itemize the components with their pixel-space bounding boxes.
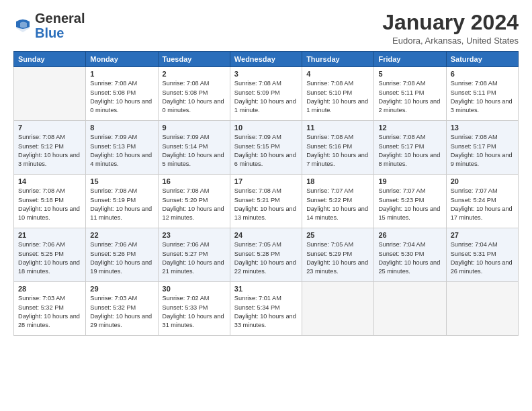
day-number: 28 [18, 285, 81, 293]
logo-text: General Blue [35, 11, 85, 40]
day-cell: 17Sunrise: 7:08 AM Sunset: 5:21 PM Dayli… [230, 175, 302, 228]
day-info: Sunrise: 7:08 AM Sunset: 5:17 PM Dayligh… [451, 133, 514, 169]
day-info: Sunrise: 7:06 AM Sunset: 5:25 PM Dayligh… [18, 240, 81, 276]
day-info: Sunrise: 7:03 AM Sunset: 5:32 PM Dayligh… [90, 294, 153, 330]
week-row-4: 21Sunrise: 7:06 AM Sunset: 5:25 PM Dayli… [14, 228, 519, 282]
day-number: 26 [378, 231, 441, 239]
day-cell: 15Sunrise: 7:08 AM Sunset: 5:19 PM Dayli… [86, 175, 158, 228]
day-cell: 31Sunrise: 7:01 AM Sunset: 5:34 PM Dayli… [230, 282, 302, 336]
logo-icon [13, 16, 32, 35]
day-number: 29 [90, 285, 153, 293]
col-header-thursday: Thursday [302, 52, 374, 67]
day-info: Sunrise: 7:09 AM Sunset: 5:13 PM Dayligh… [90, 133, 153, 169]
logo: General Blue [13, 11, 85, 40]
day-cell: 29Sunrise: 7:03 AM Sunset: 5:32 PM Dayli… [86, 282, 158, 336]
day-info: Sunrise: 7:03 AM Sunset: 5:32 PM Dayligh… [18, 294, 81, 330]
day-cell: 7Sunrise: 7:08 AM Sunset: 5:12 PM Daylig… [14, 121, 86, 175]
day-info: Sunrise: 7:04 AM Sunset: 5:31 PM Dayligh… [451, 240, 514, 276]
day-number: 21 [18, 231, 81, 239]
day-number: 16 [163, 177, 226, 185]
day-info: Sunrise: 7:07 AM Sunset: 5:23 PM Dayligh… [378, 187, 441, 222]
col-header-saturday: Saturday [446, 52, 518, 67]
day-info: Sunrise: 7:07 AM Sunset: 5:24 PM Dayligh… [451, 187, 514, 222]
day-cell: 20Sunrise: 7:07 AM Sunset: 5:24 PM Dayli… [446, 175, 518, 228]
day-info: Sunrise: 7:06 AM Sunset: 5:26 PM Dayligh… [90, 240, 153, 276]
day-number: 22 [90, 231, 153, 239]
day-number: 5 [378, 70, 441, 78]
day-info: Sunrise: 7:06 AM Sunset: 5:27 PM Dayligh… [163, 240, 226, 276]
day-cell [374, 282, 446, 336]
day-number: 30 [163, 285, 226, 293]
day-number: 14 [18, 177, 81, 185]
day-cell: 2Sunrise: 7:08 AM Sunset: 5:08 PM Daylig… [158, 67, 230, 121]
day-info: Sunrise: 7:08 AM Sunset: 5:11 PM Dayligh… [378, 79, 441, 115]
day-info: Sunrise: 7:09 AM Sunset: 5:14 PM Dayligh… [163, 133, 226, 169]
day-info: Sunrise: 7:08 AM Sunset: 5:10 PM Dayligh… [306, 79, 369, 115]
day-cell: 23Sunrise: 7:06 AM Sunset: 5:27 PM Dayli… [158, 228, 230, 282]
day-cell: 18Sunrise: 7:07 AM Sunset: 5:22 PM Dayli… [302, 175, 374, 228]
day-info: Sunrise: 7:08 AM Sunset: 5:21 PM Dayligh… [234, 187, 298, 222]
day-number: 19 [378, 177, 441, 185]
day-cell: 22Sunrise: 7:06 AM Sunset: 5:26 PM Dayli… [86, 228, 158, 282]
day-cell: 3Sunrise: 7:08 AM Sunset: 5:09 PM Daylig… [230, 67, 302, 121]
day-number: 20 [451, 177, 514, 185]
day-info: Sunrise: 7:08 AM Sunset: 5:12 PM Dayligh… [18, 133, 81, 169]
day-info: Sunrise: 7:08 AM Sunset: 5:08 PM Dayligh… [163, 79, 226, 115]
day-cell: 12Sunrise: 7:08 AM Sunset: 5:17 PM Dayli… [374, 121, 446, 175]
day-number: 4 [306, 70, 369, 78]
day-cell [302, 282, 374, 336]
calendar-table: SundayMondayTuesdayWednesdayThursdayFrid… [13, 51, 519, 336]
day-info: Sunrise: 7:07 AM Sunset: 5:22 PM Dayligh… [306, 187, 369, 222]
day-number: 12 [378, 124, 441, 132]
logo-general: General [35, 11, 85, 26]
day-number: 2 [163, 70, 226, 78]
day-number: 27 [451, 231, 514, 239]
col-header-monday: Monday [86, 52, 158, 67]
day-number: 25 [306, 231, 369, 239]
day-info: Sunrise: 7:08 AM Sunset: 5:20 PM Dayligh… [163, 187, 226, 222]
day-cell: 1Sunrise: 7:08 AM Sunset: 5:08 PM Daylig… [86, 67, 158, 121]
day-info: Sunrise: 7:08 AM Sunset: 5:16 PM Dayligh… [306, 133, 369, 169]
day-number: 24 [234, 231, 298, 239]
day-number: 18 [306, 177, 369, 185]
day-number: 11 [306, 124, 369, 132]
day-cell: 9Sunrise: 7:09 AM Sunset: 5:14 PM Daylig… [158, 121, 230, 175]
day-info: Sunrise: 7:08 AM Sunset: 5:17 PM Dayligh… [378, 133, 441, 169]
day-number: 9 [163, 124, 226, 132]
day-number: 23 [163, 231, 226, 239]
day-number: 15 [90, 177, 153, 185]
day-number: 6 [451, 70, 514, 78]
col-header-wednesday: Wednesday [230, 52, 302, 67]
day-number: 1 [90, 70, 153, 78]
day-info: Sunrise: 7:01 AM Sunset: 5:34 PM Dayligh… [234, 294, 298, 330]
day-info: Sunrise: 7:08 AM Sunset: 5:11 PM Dayligh… [451, 79, 514, 115]
day-cell: 4Sunrise: 7:08 AM Sunset: 5:10 PM Daylig… [302, 67, 374, 121]
logo-blue: Blue [35, 26, 85, 40]
header: General Blue January 2024 Eudora, Arkans… [13, 11, 519, 46]
day-info: Sunrise: 7:09 AM Sunset: 5:15 PM Dayligh… [234, 133, 298, 169]
week-row-1: 1Sunrise: 7:08 AM Sunset: 5:08 PM Daylig… [14, 67, 519, 121]
day-number: 13 [451, 124, 514, 132]
day-number: 31 [234, 285, 298, 293]
day-number: 3 [234, 70, 298, 78]
day-number: 7 [18, 124, 81, 132]
day-cell: 19Sunrise: 7:07 AM Sunset: 5:23 PM Dayli… [374, 175, 446, 228]
day-info: Sunrise: 7:08 AM Sunset: 5:09 PM Dayligh… [234, 79, 298, 115]
day-cell: 16Sunrise: 7:08 AM Sunset: 5:20 PM Dayli… [158, 175, 230, 228]
day-cell: 10Sunrise: 7:09 AM Sunset: 5:15 PM Dayli… [230, 121, 302, 175]
header-row: SundayMondayTuesdayWednesdayThursdayFrid… [14, 52, 519, 67]
day-cell: 13Sunrise: 7:08 AM Sunset: 5:17 PM Dayli… [446, 121, 518, 175]
day-cell: 27Sunrise: 7:04 AM Sunset: 5:31 PM Dayli… [446, 228, 518, 282]
day-cell: 8Sunrise: 7:09 AM Sunset: 5:13 PM Daylig… [86, 121, 158, 175]
col-header-sunday: Sunday [14, 52, 86, 67]
day-cell: 21Sunrise: 7:06 AM Sunset: 5:25 PM Dayli… [14, 228, 86, 282]
location: Eudora, Arkansas, United States [382, 36, 519, 46]
day-info: Sunrise: 7:05 AM Sunset: 5:29 PM Dayligh… [306, 240, 369, 276]
day-info: Sunrise: 7:08 AM Sunset: 5:19 PM Dayligh… [90, 187, 153, 222]
week-row-3: 14Sunrise: 7:08 AM Sunset: 5:18 PM Dayli… [14, 175, 519, 228]
col-header-friday: Friday [374, 52, 446, 67]
day-cell: 30Sunrise: 7:02 AM Sunset: 5:33 PM Dayli… [158, 282, 230, 336]
week-row-5: 28Sunrise: 7:03 AM Sunset: 5:32 PM Dayli… [14, 282, 519, 336]
day-info: Sunrise: 7:04 AM Sunset: 5:30 PM Dayligh… [378, 240, 441, 276]
day-cell: 25Sunrise: 7:05 AM Sunset: 5:29 PM Dayli… [302, 228, 374, 282]
